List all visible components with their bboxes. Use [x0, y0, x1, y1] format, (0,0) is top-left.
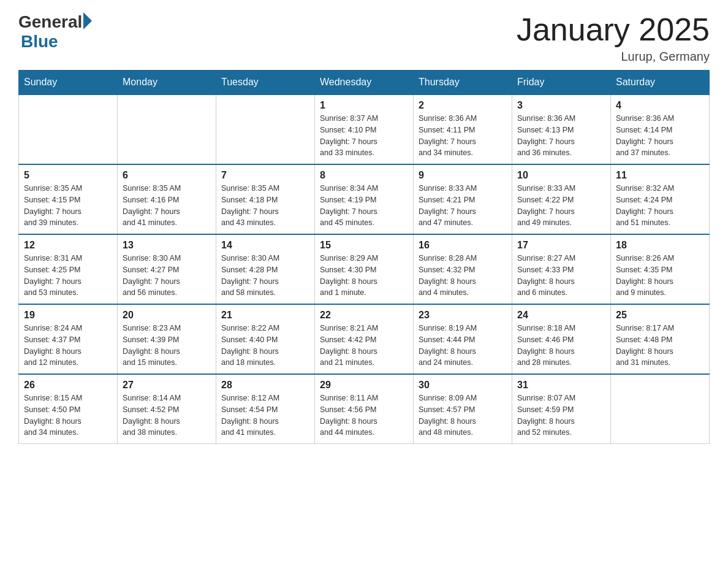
calendar-cell: 6Sunrise: 8:35 AMSunset: 4:16 PMDaylight…: [118, 164, 216, 234]
calendar-cell: 10Sunrise: 8:33 AMSunset: 4:22 PMDayligh…: [512, 164, 611, 234]
calendar-week-row: 26Sunrise: 8:15 AMSunset: 4:50 PMDayligh…: [19, 374, 710, 444]
column-header-monday: Monday: [118, 71, 216, 95]
day-info: Sunrise: 8:24 AMSunset: 4:37 PMDaylight:…: [24, 323, 112, 369]
calendar-cell: 14Sunrise: 8:30 AMSunset: 4:28 PMDayligh…: [216, 234, 315, 304]
column-header-tuesday: Tuesday: [216, 71, 315, 95]
calendar-cell: 5Sunrise: 8:35 AMSunset: 4:15 PMDaylight…: [19, 164, 118, 234]
day-number: 24: [517, 310, 605, 321]
calendar-cell: 31Sunrise: 8:07 AMSunset: 4:59 PMDayligh…: [512, 374, 611, 444]
logo-arrow-icon: [83, 12, 92, 29]
calendar-cell: [611, 374, 710, 444]
day-info: Sunrise: 8:36 AMSunset: 4:14 PMDaylight:…: [616, 113, 704, 159]
calendar-cell: 11Sunrise: 8:32 AMSunset: 4:24 PMDayligh…: [611, 164, 710, 234]
calendar-cell: 25Sunrise: 8:17 AMSunset: 4:48 PMDayligh…: [611, 304, 710, 374]
logo-general-text: General: [18, 12, 82, 32]
calendar-week-row: 19Sunrise: 8:24 AMSunset: 4:37 PMDayligh…: [19, 304, 710, 374]
calendar-cell: 8Sunrise: 8:34 AMSunset: 4:19 PMDaylight…: [315, 164, 414, 234]
calendar-cell: 18Sunrise: 8:26 AMSunset: 4:35 PMDayligh…: [611, 234, 710, 304]
day-info: Sunrise: 8:33 AMSunset: 4:21 PMDaylight:…: [419, 183, 507, 229]
calendar-cell: 13Sunrise: 8:30 AMSunset: 4:27 PMDayligh…: [118, 234, 216, 304]
day-info: Sunrise: 8:23 AMSunset: 4:39 PMDaylight:…: [123, 323, 211, 369]
day-info: Sunrise: 8:11 AMSunset: 4:56 PMDaylight:…: [320, 393, 408, 439]
day-number: 18: [616, 240, 704, 251]
day-info: Sunrise: 8:36 AMSunset: 4:11 PMDaylight:…: [419, 113, 507, 159]
calendar-cell: 12Sunrise: 8:31 AMSunset: 4:25 PMDayligh…: [19, 234, 118, 304]
day-number: 20: [123, 310, 211, 321]
day-number: 13: [123, 240, 211, 251]
calendar-cell: 1Sunrise: 8:37 AMSunset: 4:10 PMDaylight…: [315, 94, 414, 164]
day-number: 23: [419, 310, 507, 321]
logo: General Blue: [18, 12, 92, 52]
day-number: 2: [419, 100, 507, 111]
calendar-cell: 9Sunrise: 8:33 AMSunset: 4:21 PMDaylight…: [414, 164, 512, 234]
day-number: 14: [221, 240, 309, 251]
day-info: Sunrise: 8:28 AMSunset: 4:32 PMDaylight:…: [419, 253, 507, 299]
day-number: 4: [616, 100, 704, 111]
calendar-subtitle: Lurup, Germany: [517, 50, 710, 64]
day-number: 26: [24, 380, 112, 391]
day-info: Sunrise: 8:37 AMSunset: 4:10 PMDaylight:…: [320, 113, 408, 159]
day-number: 30: [419, 380, 507, 391]
day-info: Sunrise: 8:14 AMSunset: 4:52 PMDaylight:…: [123, 393, 211, 439]
calendar-table: SundayMondayTuesdayWednesdayThursdayFrid…: [18, 70, 710, 444]
day-number: 7: [221, 170, 309, 181]
calendar-cell: 20Sunrise: 8:23 AMSunset: 4:39 PMDayligh…: [118, 304, 216, 374]
day-info: Sunrise: 8:12 AMSunset: 4:54 PMDaylight:…: [221, 393, 309, 439]
day-info: Sunrise: 8:35 AMSunset: 4:18 PMDaylight:…: [221, 183, 309, 229]
page-header: General Blue January 2025 Lurup, Germany: [18, 12, 710, 64]
day-info: Sunrise: 8:32 AMSunset: 4:24 PMDaylight:…: [616, 183, 704, 229]
calendar-cell: 15Sunrise: 8:29 AMSunset: 4:30 PMDayligh…: [315, 234, 414, 304]
calendar-cell: 16Sunrise: 8:28 AMSunset: 4:32 PMDayligh…: [414, 234, 512, 304]
calendar-cell: [118, 94, 216, 164]
day-info: Sunrise: 8:26 AMSunset: 4:35 PMDaylight:…: [616, 253, 704, 299]
day-info: Sunrise: 8:35 AMSunset: 4:15 PMDaylight:…: [24, 183, 112, 229]
calendar-cell: 29Sunrise: 8:11 AMSunset: 4:56 PMDayligh…: [315, 374, 414, 444]
day-number: 5: [24, 170, 112, 181]
day-number: 6: [123, 170, 211, 181]
calendar-cell: 30Sunrise: 8:09 AMSunset: 4:57 PMDayligh…: [414, 374, 512, 444]
day-number: 29: [320, 380, 408, 391]
day-number: 9: [419, 170, 507, 181]
calendar-cell: 27Sunrise: 8:14 AMSunset: 4:52 PMDayligh…: [118, 374, 216, 444]
calendar-cell: 22Sunrise: 8:21 AMSunset: 4:42 PMDayligh…: [315, 304, 414, 374]
column-header-sunday: Sunday: [19, 71, 118, 95]
logo-blue-text: Blue: [21, 32, 58, 52]
day-info: Sunrise: 8:19 AMSunset: 4:44 PMDaylight:…: [419, 323, 507, 369]
day-info: Sunrise: 8:29 AMSunset: 4:30 PMDaylight:…: [320, 253, 408, 299]
calendar-title: January 2025: [517, 12, 710, 47]
calendar-cell: 19Sunrise: 8:24 AMSunset: 4:37 PMDayligh…: [19, 304, 118, 374]
calendar-week-row: 5Sunrise: 8:35 AMSunset: 4:15 PMDaylight…: [19, 164, 710, 234]
day-info: Sunrise: 8:30 AMSunset: 4:28 PMDaylight:…: [221, 253, 309, 299]
day-info: Sunrise: 8:27 AMSunset: 4:33 PMDaylight:…: [517, 253, 605, 299]
calendar-week-row: 12Sunrise: 8:31 AMSunset: 4:25 PMDayligh…: [19, 234, 710, 304]
day-number: 15: [320, 240, 408, 251]
day-info: Sunrise: 8:15 AMSunset: 4:50 PMDaylight:…: [24, 393, 112, 439]
day-number: 12: [24, 240, 112, 251]
calendar-cell: 2Sunrise: 8:36 AMSunset: 4:11 PMDaylight…: [414, 94, 512, 164]
day-info: Sunrise: 8:17 AMSunset: 4:48 PMDaylight:…: [616, 323, 704, 369]
day-number: 8: [320, 170, 408, 181]
calendar-cell: 3Sunrise: 8:36 AMSunset: 4:13 PMDaylight…: [512, 94, 611, 164]
day-number: 19: [24, 310, 112, 321]
day-info: Sunrise: 8:21 AMSunset: 4:42 PMDaylight:…: [320, 323, 408, 369]
calendar-cell: 26Sunrise: 8:15 AMSunset: 4:50 PMDayligh…: [19, 374, 118, 444]
calendar-cell: 23Sunrise: 8:19 AMSunset: 4:44 PMDayligh…: [414, 304, 512, 374]
day-info: Sunrise: 8:18 AMSunset: 4:46 PMDaylight:…: [517, 323, 605, 369]
column-header-thursday: Thursday: [414, 71, 512, 95]
day-number: 16: [419, 240, 507, 251]
calendar-header-row: SundayMondayTuesdayWednesdayThursdayFrid…: [19, 71, 710, 95]
calendar-cell: 4Sunrise: 8:36 AMSunset: 4:14 PMDaylight…: [611, 94, 710, 164]
day-number: 28: [221, 380, 309, 391]
day-number: 3: [517, 100, 605, 111]
day-number: 31: [517, 380, 605, 391]
calendar-cell: [216, 94, 315, 164]
day-number: 1: [320, 100, 408, 111]
column-header-friday: Friday: [512, 71, 611, 95]
calendar-cell: 24Sunrise: 8:18 AMSunset: 4:46 PMDayligh…: [512, 304, 611, 374]
day-info: Sunrise: 8:09 AMSunset: 4:57 PMDaylight:…: [419, 393, 507, 439]
day-info: Sunrise: 8:22 AMSunset: 4:40 PMDaylight:…: [221, 323, 309, 369]
calendar-cell: 7Sunrise: 8:35 AMSunset: 4:18 PMDaylight…: [216, 164, 315, 234]
day-info: Sunrise: 8:34 AMSunset: 4:19 PMDaylight:…: [320, 183, 408, 229]
calendar-cell: [19, 94, 118, 164]
day-info: Sunrise: 8:30 AMSunset: 4:27 PMDaylight:…: [123, 253, 211, 299]
